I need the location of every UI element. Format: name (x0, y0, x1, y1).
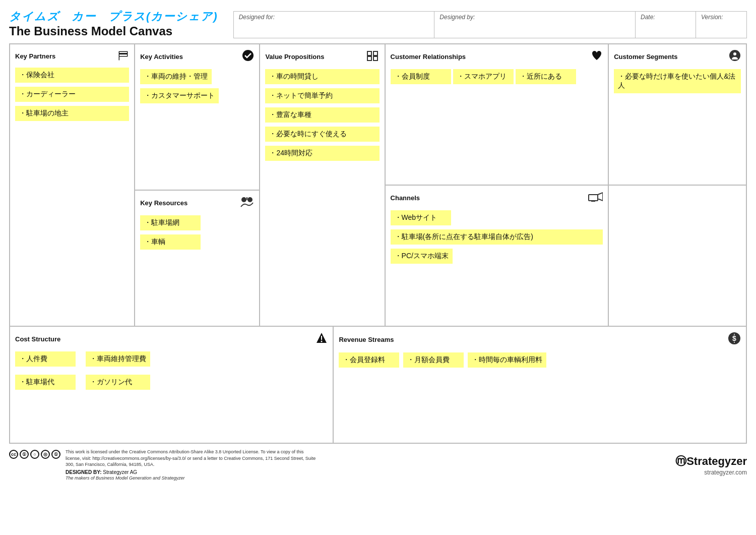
svg-point-9 (733, 52, 736, 55)
cc-icon-3: ○ (30, 450, 39, 459)
value-prop-item-5: ・24時間対応 (265, 146, 379, 161)
value-propositions-title: Value Propositions (265, 53, 324, 61)
customer-segments-header: Customer Segments (614, 49, 741, 64)
designed-by-value-footer: Strategyzer AG (103, 469, 137, 475)
revenue-streams-section: Revenue Streams $ ・会員登録料 ・月額会員費 ・時間毎の車輌利… (334, 327, 746, 443)
revenue-streams-title: Revenue Streams (339, 336, 394, 343)
designed-by-label-footer: DESIGNED BY: (66, 469, 102, 475)
channels-item-1: ・Webサイト (391, 210, 451, 225)
revenue-item-1: ・会員登録料 (339, 352, 399, 368)
revenue-streams-icon: $ (728, 332, 741, 347)
customer-relationships-icon (591, 49, 603, 64)
cc-icon-1: cc (9, 450, 18, 459)
revenue-item-2: ・月額会員費 (403, 352, 464, 368)
cc-icon-2: ① (20, 450, 29, 459)
cost-structure-title: Cost Structure (15, 335, 60, 343)
cost-item-3: ・車両維持管理費 (86, 351, 150, 367)
customer-bottom: Channels ・Webサイト ・駐車場(各所に点在する駐車場自体が広告) (386, 186, 746, 326)
customer-rel-item-3: ・近所にある (516, 69, 576, 84)
svg-rect-6 (373, 51, 377, 55)
key-partners-title: Key Partners (15, 52, 55, 60)
svg-marker-11 (598, 193, 603, 201)
key-partners-header: Key Partners ⛿ (15, 49, 129, 63)
customer-relationships-header: Customer Relationships (391, 49, 603, 64)
business-model-canvas: Key Partners ⛿ ・保険会社 ・カーディーラー ・駐車場の地主 Ke… (9, 43, 747, 444)
value-prop-item-2: ・ネットで簡単予約 (265, 88, 379, 103)
svg-point-1 (241, 197, 246, 202)
date-label: Date: (641, 14, 655, 21)
customer-segments-section: Customer Segments ・必要な時だけ車を使いたい個人&法人 (609, 44, 746, 185)
cost-col-1: ・人件費 ・駐車場代 (15, 351, 76, 394)
footer-designed-by: DESIGNED BY: Strategyzer AG (66, 469, 318, 475)
value-propositions-section: Value Propositions ・車の時間貸し ・ネットで簡単予約 ・豊富… (260, 44, 385, 326)
footer: cc ① ○ ◎ ① This work is licensed under t… (9, 444, 747, 484)
customer-rel-item-1: ・会員制度 (391, 69, 451, 84)
channels-item-3: ・PC/スマホ端末 (391, 249, 453, 264)
cc-icon-4: ◎ (41, 450, 50, 459)
cost-grid: ・人件費 ・駐車場代 ・車両維持管理費 ・ガソリン代 (15, 351, 328, 394)
svg-point-2 (247, 197, 253, 202)
strategyzer-text: Strategyzer (686, 455, 747, 467)
key-partners-item-2: ・カーディーラー (15, 87, 129, 102)
customer-seg-item-1: ・必要な時だけ車を使いたい個人&法人 (614, 69, 741, 93)
designed-for-label: Designed for: (239, 14, 275, 21)
cost-item-4: ・ガソリン代 (86, 375, 150, 390)
key-activities-item-1: ・車両の維持・管理 (140, 69, 212, 84)
revenue-items: ・会員登録料 ・月額会員費 ・時間毎の車輌利用料 (339, 352, 741, 372)
footer-left: cc ① ○ ◎ ① This work is licensed under t… (9, 449, 318, 481)
header-left: タイムズ カー プラス(カーシェア) The Business Model Ca… (9, 9, 218, 38)
svg-point-15 (321, 341, 323, 342)
title-en: The Business Model Canvas (9, 24, 218, 38)
key-activities-item-2: ・カスタマーサポート (140, 88, 219, 103)
date-field: Date: (636, 12, 696, 38)
key-partners-item-1: ・保険会社 (15, 68, 129, 83)
cost-structure-header: Cost Structure (15, 332, 328, 346)
svg-rect-12 (591, 201, 595, 202)
channels-segments-placeholder (609, 186, 746, 326)
svg-rect-4 (367, 51, 371, 55)
channels-item-2: ・駐車場(各所に点在する駐車場自体が広告) (391, 229, 603, 245)
customer-rel-item-2: ・スマホアプリ (453, 69, 514, 84)
title-jp: タイムズ カー プラス(カーシェア) (9, 9, 218, 24)
activities-resources-section: Key Activities ・車両の維持・管理 ・カスタマーサポート Key … (135, 44, 260, 326)
license-text: This work is licensed under the Creative… (66, 449, 318, 468)
svg-rect-7 (373, 56, 377, 61)
customer-segments-title: Customer Segments (614, 53, 677, 61)
key-resources-title: Key Resources (140, 199, 187, 207)
svg-rect-5 (367, 56, 371, 61)
svg-text:$: $ (732, 334, 736, 342)
key-resources-item-1: ・駐車場網 (140, 215, 201, 230)
cc-icon-5: ① (51, 450, 60, 459)
customer-right-section: Customer Relationships ・会員制度 ・スマホアプリ ・近所… (386, 44, 746, 326)
designed-for-field: Designed for: (234, 12, 435, 38)
value-prop-item-4: ・必要な時にすぐ使える (265, 127, 379, 142)
value-propositions-header: Value Propositions (265, 49, 379, 64)
svg-rect-10 (589, 195, 598, 201)
value-prop-item-1: ・車の時間貸し (265, 69, 379, 84)
designed-by-label: Designed by: (439, 14, 475, 21)
key-activities-header: Key Activities (140, 49, 254, 64)
key-partners-item-3: ・駐車場の地主 (15, 106, 129, 121)
canvas-main: Key Partners ⛿ ・保険会社 ・カーディーラー ・駐車場の地主 Ke… (10, 44, 746, 327)
version-field: Version: (696, 12, 746, 38)
strategyzer-logo: ⓜStrategyzer strategyzer.com (675, 454, 747, 476)
channels-header: Channels (391, 191, 603, 205)
cost-structure-icon (316, 332, 328, 346)
key-resources-header: Key Resources (140, 196, 254, 210)
strategyzer-name: ⓜStrategyzer (675, 454, 747, 469)
customer-relationships-section: Customer Relationships ・会員制度 ・スマホアプリ ・近所… (386, 44, 609, 185)
cost-item-1: ・人件費 (15, 351, 76, 367)
key-resources-section: Key Resources ・駐車場網 ・車輌 (135, 191, 259, 326)
key-partners-icon: ⛿ (118, 49, 129, 63)
version-label: Version: (701, 14, 723, 21)
value-propositions-icon (366, 49, 380, 64)
footer-text-block: This work is licensed under the Creative… (66, 449, 318, 481)
strategyzer-symbol: ⓜ (675, 455, 686, 467)
makers-text: The makers of Business Model Generation … (66, 475, 318, 482)
key-partners-section: Key Partners ⛿ ・保険会社 ・カーディーラー ・駐車場の地主 (10, 44, 135, 326)
customer-relationships-title: Customer Relationships (391, 53, 466, 61)
header: タイムズ カー プラス(カーシェア) The Business Model Ca… (9, 9, 747, 38)
channels-icon (588, 191, 603, 205)
header-meta: Designed for: Designed by: Date: Version… (233, 11, 747, 38)
key-activities-section: Key Activities ・車両の維持・管理 ・カスタマーサポート (135, 44, 259, 191)
